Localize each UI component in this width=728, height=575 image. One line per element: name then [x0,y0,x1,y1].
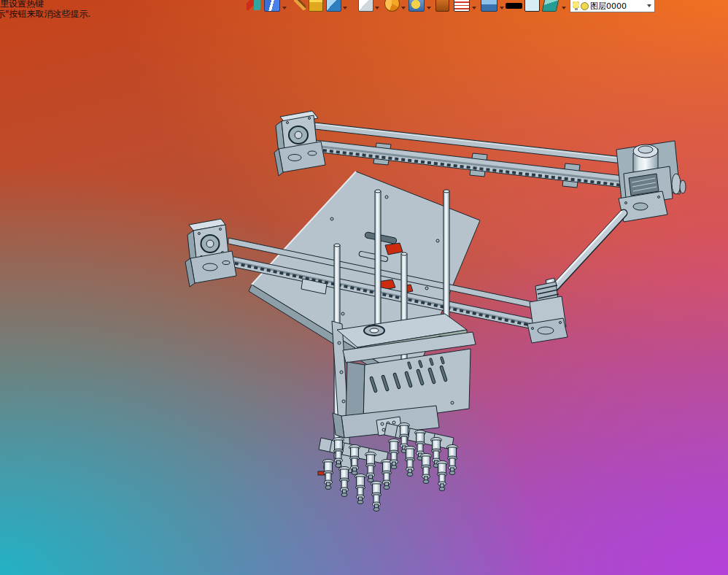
motor-mid-left[interactable] [185,219,236,287]
motor-assembly-right[interactable] [616,141,686,222]
drive-shaft[interactable] [550,212,624,290]
layer-color-icon [581,2,589,10]
chevron-down-icon[interactable] [400,4,406,10]
drawing-sheet-icon[interactable] [454,0,470,12]
model-viewport [0,0,728,575]
white-cube-icon[interactable] [358,0,373,12]
chevron-down-icon[interactable] [282,4,287,10]
layer-selector-value: 图层0000 [590,1,644,12]
material-icon[interactable] [435,0,449,12]
blue-cube-icon[interactable] [326,0,341,12]
chevron-down-icon[interactable] [499,4,505,10]
coupling-block-lower-right[interactable] [527,278,568,343]
display-settings-icon[interactable] [481,0,497,12]
pen-icon[interactable] [294,0,306,10]
render-view-icon[interactable] [408,0,425,12]
chevron-down-icon[interactable] [471,4,477,10]
yellow-box-icon[interactable] [309,0,323,12]
cad-model[interactable] [0,0,728,575]
notebook-icon[interactable] [264,0,280,12]
bulb-icon [573,1,579,10]
chevron-down-icon[interactable] [342,4,348,10]
pie-wedge-icon[interactable] [384,0,400,12]
toolbar: 图层0000 [0,0,728,12]
exit-door-icon[interactable] [247,0,260,10]
line-width-swatch[interactable] [506,3,522,9]
combo-dropdown-arrow[interactable] [646,0,654,12]
layers-icon[interactable] [542,0,560,12]
layer-selector[interactable]: 图层0000 [570,0,655,12]
color-swatch[interactable] [524,0,540,12]
motor-top-left[interactable] [274,111,325,176]
chevron-down-icon[interactable] [426,4,432,10]
chevron-down-icon[interactable] [561,4,567,10]
chevron-down-icon[interactable] [374,4,380,10]
